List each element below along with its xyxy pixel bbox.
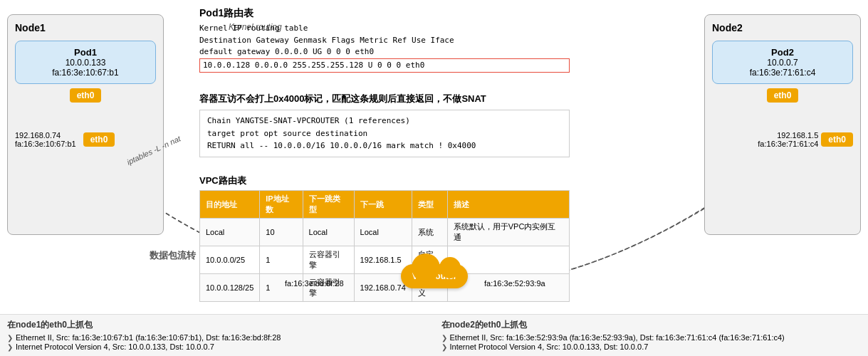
packet-row: ❯Internet Protocol Version 4, Src: 10.0.… xyxy=(441,342,862,351)
pod2-box: Pod2 10.0.0.7 fa:16:3e:71:61:c4 xyxy=(712,41,853,84)
node2-box: Node2 Pod2 10.0.0.7 fa:16:3e:71:61:c4 et… xyxy=(704,14,861,235)
node2-host-mac: fa:16:3e:71:61:c4 xyxy=(758,140,818,148)
node2-title: Node2 xyxy=(712,22,853,33)
dataflow-label: 数据包流转 xyxy=(150,249,196,262)
bottom-right: 在node2的eth0上抓包 ❯Ethernet II, Src: fa:16:… xyxy=(441,319,862,352)
vpc-table-row: Local10LocalLocal系统系统默认，用于VPC内实例互通 xyxy=(200,219,570,246)
vpc-col-dest: 目的地址 xyxy=(200,191,260,219)
bottom-left-title: 在node1的eth0上抓包 xyxy=(7,319,427,331)
routing-table-title: Pod1路由表 xyxy=(199,7,570,20)
pod2-ip: 10.0.0.7 xyxy=(723,58,842,68)
pod1-eth0: eth0 xyxy=(70,88,102,103)
pod2-title: Pod2 xyxy=(723,47,842,58)
pod2-eth0: eth0 xyxy=(767,88,799,103)
vpc-col-ipcount: IP地址数 xyxy=(260,191,303,219)
pod1-box: Pod1 10.0.0.133 fa:16:3e:10:67:b1 xyxy=(15,41,156,84)
node1-host-ip: 192.168.0.74 xyxy=(15,131,76,140)
chevron-icon: ❯ xyxy=(7,343,13,351)
mac-vpc-left: fa:16:3e:bd:8f:28 xyxy=(285,279,344,288)
vpc-col-desc: 描述 xyxy=(447,191,569,219)
snat-chain-text: Chain YANGTSE-SNAT-VPCROUTER (1 referenc… xyxy=(199,110,570,157)
pod1-ip: 10.0.0.133 xyxy=(26,58,145,68)
chevron-icon: ❯ xyxy=(441,334,447,342)
snat-box: 容器互访不会打上0x4000标记，匹配这条规则后直接返回，不做SNAT Chai… xyxy=(199,93,570,157)
node1-host-mac: fa:16:3e:10:67:b1 xyxy=(15,140,76,148)
vpc-router: VPC router xyxy=(395,256,474,295)
chevron-icon: ❯ xyxy=(7,334,13,342)
bottom-section: 在node1的eth0上抓包 ❯Ethernet II, Src: fa:16:… xyxy=(0,314,868,356)
routing-highlighted-row: 10.0.0.128 0.0.0.0 255.255.255.128 U 0 0… xyxy=(199,58,570,73)
vpc-router-label: VPC router xyxy=(401,264,469,288)
bottom-left: 在node1的eth0上抓包 ❯Ethernet II, Src: fa:16:… xyxy=(7,319,427,352)
pod2-mac: fa:16:3e:71:61:c4 xyxy=(723,68,842,78)
packet-row: ❯Internet Protocol Version 4, Src: 10.0.… xyxy=(7,342,427,351)
vpc-col-nexthop: 下一跳 xyxy=(354,191,412,219)
pod1-mac: fa:16:3e:10:67:b1 xyxy=(26,68,145,78)
node1-title: Node1 xyxy=(15,22,156,33)
node1-box: Node1 Pod1 10.0.0.133 fa:16:3e:10:67:b1 … xyxy=(7,14,164,235)
node2-host-ip: 192.168.1.5 xyxy=(758,131,818,140)
node1-host-eth0: eth0 xyxy=(83,132,115,147)
packet-row: ❯Ethernet II, Src: fa:16:3e:10:67:b1 (fa… xyxy=(7,333,427,342)
vpc-table-title: VPC路由表 xyxy=(199,174,570,187)
routing-table-content: Kernel IP routing table Destination Gate… xyxy=(199,23,570,73)
chevron-icon: ❯ xyxy=(441,343,447,351)
mac-vpc-right: fa:16:3e:52:93:9a xyxy=(484,279,545,288)
vpc-table-row: 10.0.0.0/251云容器引擎192.168.1.5自定义 xyxy=(200,246,570,274)
vpc-col-type: 类型 xyxy=(412,191,447,219)
bottom-right-title: 在node2的eth0上抓包 xyxy=(441,319,862,331)
snat-title: 容器互访不会打上0x4000标记，匹配这条规则后直接返回，不做SNAT xyxy=(199,93,570,105)
packet-row: ❯Ethernet II, Src: fa:16:3e:52:93:9a (fa… xyxy=(441,333,862,342)
node2-host-eth0: eth0 xyxy=(821,132,853,147)
vpc-table-row: 10.0.0.128/251云容器引擎192.168.0.74自定义 xyxy=(200,274,570,302)
pod1-title: Pod1 xyxy=(26,47,145,58)
routing-table-box: Pod1路由表 Kernel IP routing table Destinat… xyxy=(199,7,570,73)
vpc-col-nexthop-type: 下一跳类型 xyxy=(303,191,354,219)
